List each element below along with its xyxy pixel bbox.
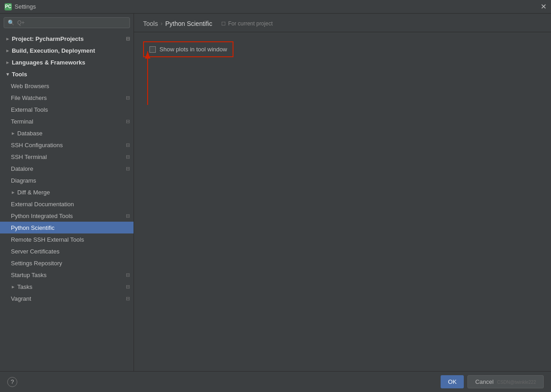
sidebar-item-label: Remote SSH External Tools [11, 236, 130, 243]
main-content: Tools › Python Scientific ☐ For current … [134, 14, 551, 371]
window-title: Settings [15, 3, 36, 10]
content-body: Show plots in tool window [134, 32, 551, 371]
badge-icon: ⊟ [126, 119, 130, 124]
close-button[interactable]: ✕ [541, 3, 546, 10]
badge-icon: ⊟ [126, 95, 130, 101]
breadcrumb-separator: › [161, 20, 163, 27]
sidebar-item-label: External Tools [11, 106, 130, 113]
arrow-icon: ► [5, 60, 10, 65]
sidebar-item-tools[interactable]: ▼ Tools [0, 68, 134, 80]
sidebar-item-label: Project: PycharmProjects [12, 35, 124, 42]
sidebar-item-external-documentation[interactable]: External Documentation [0, 198, 134, 210]
footer-buttons: OK Cancel CSDN@twinkle222 [441, 375, 544, 388]
arrow-icon: ► [11, 131, 15, 136]
sidebar-item-label: Server Certificates [11, 248, 130, 255]
sidebar-item-remote-ssh-external-tools[interactable]: Remote SSH External Tools [0, 233, 134, 245]
sidebar-item-label: Datalore [11, 165, 124, 172]
breadcrumb-parent: Tools [143, 20, 158, 27]
show-plots-label: Show plots in tool window [159, 46, 227, 53]
sidebar-item-server-certificates[interactable]: Server Certificates [0, 245, 134, 257]
sidebar-item-label: Python Integrated Tools [11, 213, 124, 219]
sidebar: 🔍 ► Project: PycharmProjects⊟► Build, Ex… [0, 14, 134, 371]
sidebar-item-python-scientific[interactable]: Python Scientific [0, 222, 134, 233]
search-input[interactable] [17, 20, 126, 26]
search-box[interactable]: 🔍 [4, 17, 130, 28]
sidebar-item-label: Languages & Frameworks [12, 59, 130, 66]
badge-icon: ⊟ [126, 272, 130, 278]
sidebar-item-label: SSH Terminal [11, 154, 124, 160]
badge-icon: ⊟ [126, 296, 130, 302]
sidebar-item-diff-merge[interactable]: ► Diff & Merge [0, 186, 134, 198]
sidebar-item-ssh-terminal[interactable]: SSH Terminal⊟ [0, 151, 134, 163]
sidebar-item-languages[interactable]: ► Languages & Frameworks [0, 56, 134, 68]
help-button[interactable]: ? [7, 377, 17, 387]
cancel-button[interactable]: Cancel CSDN@twinkle222 [467, 375, 544, 388]
sidebar-item-diagrams[interactable]: Diagrams [0, 174, 134, 186]
footer-left: ? [7, 377, 17, 387]
arrow-icon: ► [11, 284, 15, 289]
sidebar-item-label: File Watchers [11, 94, 124, 101]
sidebar-item-file-watchers[interactable]: File Watchers⊟ [0, 92, 134, 104]
sidebar-item-web-browsers[interactable]: Web Browsers [0, 80, 134, 92]
app-icon: PC [5, 3, 12, 10]
sidebar-item-label: Web Browsers [11, 83, 130, 89]
sidebar-item-terminal[interactable]: Terminal⊟ [0, 115, 134, 127]
show-plots-checkbox[interactable] [149, 46, 156, 53]
footer: ? OK Cancel CSDN@twinkle222 [0, 371, 551, 392]
sidebar-item-label: Database [17, 130, 130, 137]
arrow-icon: ► [5, 48, 10, 53]
sidebar-item-label: External Documentation [11, 201, 130, 208]
sidebar-item-label: Settings Repository [11, 260, 130, 267]
search-icon: 🔍 [8, 20, 15, 26]
title-bar: PC Settings ✕ [0, 0, 551, 14]
sidebar-item-settings-repository[interactable]: Settings Repository [0, 257, 134, 269]
badge-icon: ⊟ [126, 284, 130, 290]
arrow-icon: ▼ [5, 72, 10, 77]
badge-icon: ⊟ [126, 213, 130, 219]
sidebar-item-label: Startup Tasks [11, 272, 124, 278]
breadcrumb-current: Python Scientific [165, 20, 213, 27]
badge-icon: ⊟ [126, 142, 130, 148]
badge-icon: ⊟ [126, 36, 130, 42]
nav-tree: ► Project: PycharmProjects⊟► Build, Exec… [0, 31, 134, 371]
for-project-label: For current project [228, 20, 273, 27]
sidebar-item-startup-tasks[interactable]: Startup Tasks⊟ [0, 269, 134, 281]
sidebar-item-project[interactable]: ► Project: PycharmProjects⊟ [0, 33, 134, 45]
ok-button[interactable]: OK [441, 375, 464, 388]
sidebar-item-label: Python Scientific [11, 224, 130, 231]
sidebar-item-label: Vagrant [11, 295, 124, 302]
project-icon: ☐ [221, 21, 226, 27]
sidebar-item-datalore[interactable]: Datalore⊟ [0, 163, 134, 174]
sidebar-item-label: Tools [12, 71, 130, 78]
content-header: Tools › Python Scientific ☐ For current … [134, 14, 551, 32]
option-row: Show plots in tool window [143, 41, 233, 57]
title-bar-left: PC Settings [5, 3, 36, 10]
for-project: ☐ For current project [221, 20, 273, 27]
sidebar-item-database[interactable]: ► Database [0, 127, 134, 139]
dialog-body: 🔍 ► Project: PycharmProjects⊟► Build, Ex… [0, 14, 551, 371]
badge-icon: ⊟ [126, 154, 130, 160]
sidebar-item-external-tools[interactable]: External Tools [0, 104, 134, 115]
sidebar-item-label: Diff & Merge [17, 189, 130, 196]
sidebar-item-label: Terminal [11, 118, 124, 125]
badge-icon: ⊟ [126, 166, 130, 172]
sidebar-item-python-integrated-tools[interactable]: Python Integrated Tools⊟ [0, 210, 134, 222]
watermark: CSDN@twinkle222 [497, 380, 536, 385]
sidebar-item-label: Tasks [17, 283, 124, 290]
arrow-icon: ► [11, 190, 15, 195]
sidebar-item-ssh-configurations[interactable]: SSH Configurations⊟ [0, 139, 134, 151]
sidebar-item-label: Diagrams [11, 177, 130, 184]
sidebar-item-build[interactable]: ► Build, Execution, Deployment [0, 45, 134, 56]
arrow-icon: ► [5, 36, 10, 41]
breadcrumb: Tools › Python Scientific [143, 20, 212, 27]
sidebar-item-label: Build, Execution, Deployment [12, 47, 130, 54]
sidebar-item-tasks[interactable]: ► Tasks⊟ [0, 281, 134, 293]
sidebar-item-label: SSH Configurations [11, 142, 124, 149]
sidebar-item-vagrant[interactable]: Vagrant⊟ [0, 293, 134, 304]
